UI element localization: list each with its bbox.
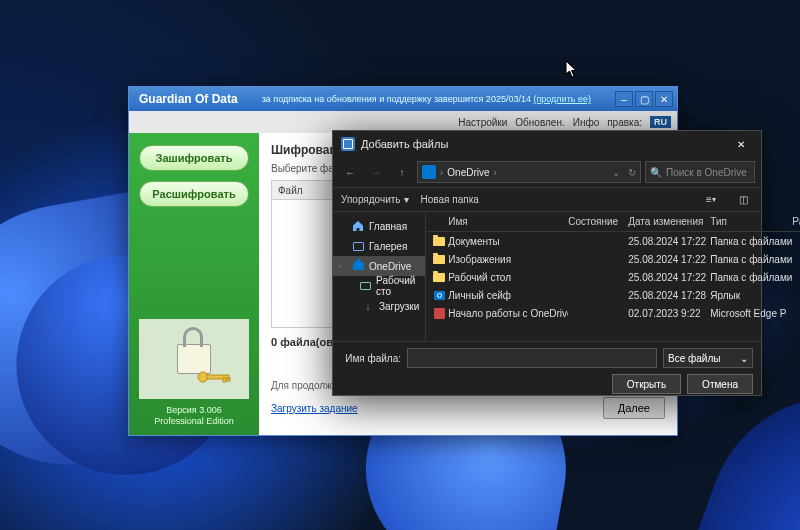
refresh-button[interactable]: ↻ [628,167,636,178]
file-row[interactable]: Документы25.08.2024 17:22Папка с файлами [426,232,800,250]
file-date: 02.07.2023 9:22 [628,308,710,319]
safe-icon [432,289,446,301]
open-button[interactable]: Открыть [612,374,681,394]
file-row[interactable]: Рабочий стол25.08.2024 17:22Папка с файл… [426,268,800,286]
svg-rect-3 [227,378,230,381]
folder-icon [432,271,446,283]
file-name: Личный сейф [448,290,568,301]
col-state[interactable]: Состояние [568,216,628,227]
tree-item-label: Главная [369,221,407,232]
dialog-toolbar: Упорядочить▾ Новая папка ≡ ▾ ◫ [333,187,761,211]
filename-input[interactable] [407,348,657,368]
load-job-link[interactable]: Загрузить задание [271,403,358,414]
subscription-notice: за подписка на обновления и поддержку за… [238,94,615,104]
tree-item-OneDrive[interactable]: ›OneDrive [333,256,425,276]
dialog-close-button[interactable]: ✕ [721,131,761,157]
file-date: 25.08.2024 17:22 [628,254,710,265]
menu-help[interactable]: правка: [607,117,642,128]
file-row[interactable]: Личный сейф25.08.2024 17:28Ярлык [426,286,800,304]
dialog-title: Добавить файлы [361,138,721,150]
chevron-down-icon: ⌄ [740,353,748,364]
file-type: Папка с файлами [710,236,792,247]
nav-tree: ГлавнаяГалерея›OneDriveРабочий сто↓Загру… [333,212,426,341]
file-name: Рабочий стол [448,272,568,283]
onedrive-icon [422,165,436,179]
minimize-button[interactable]: – [615,91,633,107]
version-label: Версия 3.006 Professional Edition [129,405,259,427]
guardian-titlebar[interactable]: Guardian Of Data за подписка на обновлен… [129,87,677,111]
folder-icon [432,253,446,265]
file-list: Имя Состояние Дата изменения Тип Раз Док… [426,212,800,341]
gallery-icon [352,240,364,252]
file-type-filter[interactable]: Все файлы⌄ [663,348,753,368]
maximize-button[interactable]: ▢ [635,91,653,107]
chevron-down-icon: ▾ [404,194,409,205]
downloads-icon: ↓ [362,300,374,312]
file-open-dialog: Добавить файлы ✕ ← → ↑ › OneDrive › ⌄ ↻ … [332,130,762,396]
breadcrumb[interactable]: › OneDrive › ⌄ ↻ [417,161,641,183]
col-size[interactable]: Раз [792,216,800,227]
tree-item-label: Загрузки [379,301,419,312]
folder-icon [432,235,446,247]
tree-item-Галерея[interactable]: Галерея [333,236,425,256]
tree-item-Загрузки[interactable]: ↓Загрузки [333,296,425,316]
cancel-button[interactable]: Отмена [687,374,753,394]
chevron-down-icon[interactable]: ⌄ [612,167,620,178]
tree-item-Рабочий сто[interactable]: Рабочий сто [333,276,425,296]
desktop-icon [360,280,371,292]
tree-item-label: Рабочий сто [376,275,419,297]
guardian-title: Guardian Of Data [133,92,238,106]
file-type: Папка с файлами [710,272,792,283]
new-folder-button[interactable]: Новая папка [421,194,479,205]
guardian-sidebar: Зашифровать Расшифровать Версия 3.006 Pr… [129,133,259,435]
file-list-header: Имя Состояние Дата изменения Тип Раз [426,212,800,232]
home-icon [352,220,364,232]
file-row[interactable]: Начало работы с OneDrive02.07.2023 9:22M… [426,304,800,322]
expand-icon[interactable]: › [339,262,347,271]
dialog-icon [341,137,355,151]
onedrive-icon [352,260,364,272]
close-button[interactable]: ✕ [655,91,673,107]
preview-pane-button[interactable]: ◫ [733,190,753,210]
tree-item-label: Галерея [369,241,407,252]
col-date[interactable]: Дата изменения [628,216,710,227]
search-placeholder: Поиск в OneDrive [666,167,747,178]
nav-back-button[interactable]: ← [339,161,361,183]
tree-item-label: OneDrive [369,261,411,272]
extend-subscription-link[interactable]: (продлить ее) [533,94,591,104]
dialog-titlebar[interactable]: Добавить файлы ✕ [333,131,761,157]
dialog-footer: Имя файла: Все файлы⌄ Открыть Отмена [333,341,761,400]
file-type: Папка с файлами [710,254,792,265]
file-name: Изображения [448,254,568,265]
menu-info[interactable]: Инфо [573,117,600,128]
file-date: 25.08.2024 17:22 [628,272,710,283]
search-icon: 🔍 [650,167,662,178]
file-name: Начало работы с OneDrive [448,308,568,319]
col-type[interactable]: Тип [710,216,792,227]
file-type: Ярлык [710,290,792,301]
lock-illustration [139,319,249,399]
language-badge[interactable]: RU [650,116,671,128]
file-row[interactable]: Изображения25.08.2024 17:22Папка с файла… [426,250,800,268]
file-type: Microsoft Edge P [710,308,792,319]
breadcrumb-segment[interactable]: OneDrive [447,167,489,178]
file-date: 25.08.2024 17:28 [628,290,710,301]
organize-menu[interactable]: Упорядочить▾ [341,194,409,205]
decrypt-button[interactable]: Расшифровать [139,181,249,207]
nav-forward-button[interactable]: → [365,161,387,183]
view-mode-button[interactable]: ≡ ▾ [701,190,721,210]
svg-rect-2 [223,378,226,382]
next-button[interactable]: Далее [603,397,665,419]
encrypt-button[interactable]: Зашифровать [139,145,249,171]
col-name[interactable]: Имя [448,216,568,227]
file-name: Документы [448,236,568,247]
menu-settings[interactable]: Настройки [458,117,507,128]
nav-up-button[interactable]: ↑ [391,161,413,183]
filename-label: Имя файла: [341,353,401,364]
tree-item-Главная[interactable]: Главная [333,216,425,236]
menu-updates[interactable]: Обновлен. [515,117,564,128]
dialog-navbar: ← → ↑ › OneDrive › ⌄ ↻ 🔍 Поиск в OneDriv… [333,157,761,187]
search-input[interactable]: 🔍 Поиск в OneDrive [645,161,755,183]
file-date: 25.08.2024 17:22 [628,236,710,247]
generic-icon [432,307,446,319]
